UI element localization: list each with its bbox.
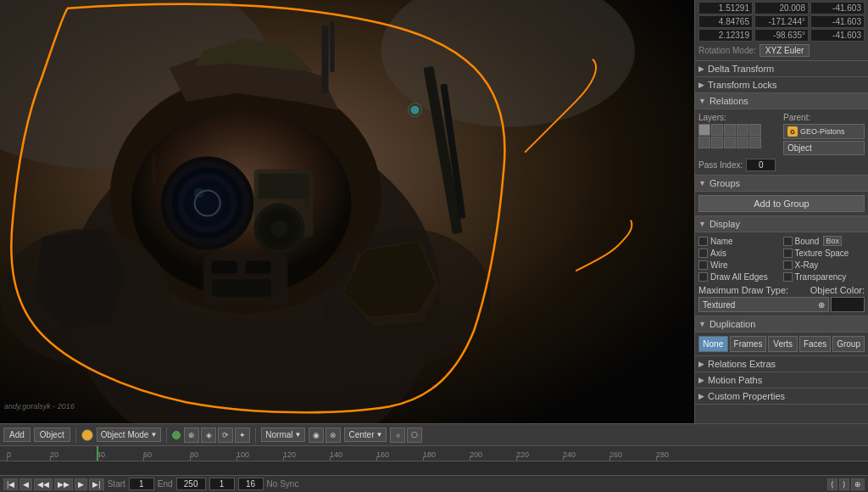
display-xray-label: X-Ray xyxy=(795,260,819,270)
icon-btn-8[interactable]: ⎔ xyxy=(407,428,422,443)
relations-grid: Layers: Parent: xyxy=(698,113,865,155)
ruler-tick-260 xyxy=(609,456,610,461)
transform-z3[interactable]: -41.603 xyxy=(810,29,865,42)
layers-field: Layers: xyxy=(698,113,780,155)
dup-group-button[interactable]: Group xyxy=(832,336,865,352)
step-frame-input[interactable] xyxy=(238,478,264,490)
transform-y2[interactable]: -171.244° xyxy=(754,15,809,28)
mode-selector[interactable]: Object Mode ▼ xyxy=(97,428,162,442)
layers-grid[interactable] xyxy=(698,124,780,148)
icon-btn-5[interactable]: ◉ xyxy=(309,428,324,443)
bound-box-label[interactable]: Box xyxy=(823,236,842,246)
jump-end-button[interactable]: ▶| xyxy=(89,478,103,490)
toolbar-icons: ⊕ ◈ ⟳ ✦ xyxy=(184,428,250,443)
parent-type-icon: G xyxy=(787,126,798,137)
motion-paths-header[interactable]: ▶ Motion Paths xyxy=(695,372,868,389)
draw-type-select[interactable]: Textured ⊕ xyxy=(698,297,829,312)
layer-dot-1[interactable] xyxy=(698,124,710,136)
duplication-header[interactable]: ▼ Duplication xyxy=(695,316,868,333)
timeline-ruler: 0 20 40 60 80 100 120 140 160 180 200 22… xyxy=(0,446,868,461)
ruler-tick-120 xyxy=(283,456,284,461)
transform-z1[interactable]: -41.603 xyxy=(810,2,865,14)
icon-btn-4[interactable]: ✦ xyxy=(235,428,250,443)
playhead[interactable] xyxy=(97,446,98,461)
object-button[interactable]: Object xyxy=(34,428,70,442)
icon-btn-2[interactable]: ◈ xyxy=(201,428,216,443)
timeline-tracks[interactable] xyxy=(0,461,868,475)
transform-x3[interactable]: 2.12319 xyxy=(698,29,753,42)
jump-start-button[interactable]: |◀ xyxy=(3,478,18,490)
transform-row-1: 1.51291 20.008 -41.603 xyxy=(698,2,865,14)
transform-z2[interactable]: -41.603 xyxy=(810,15,865,28)
display-arrow: ▼ xyxy=(698,220,706,228)
timeline-btn-2[interactable]: ⟩ xyxy=(839,478,849,490)
dup-faces-button[interactable]: Faces xyxy=(799,336,831,352)
timeline-btn-3[interactable]: ⊕ xyxy=(851,478,865,490)
ruler-mark-220: 220 xyxy=(516,450,529,459)
pass-index-value[interactable]: 0 xyxy=(746,159,776,171)
start-label: Start xyxy=(108,479,125,489)
display-transparency-checkbox[interactable] xyxy=(783,272,793,282)
max-draw-labels: Maximum Draw Type: Object Color: xyxy=(698,285,865,295)
timeline-btn-1[interactable]: ⟨ xyxy=(827,478,837,490)
icon-btn-3[interactable]: ⟳ xyxy=(218,428,233,443)
start-frame-input[interactable] xyxy=(129,478,154,490)
prev-frame-button[interactable]: ◀ xyxy=(19,478,32,490)
dup-verts-button[interactable]: Verts xyxy=(768,336,798,352)
add-button[interactable]: Add xyxy=(3,428,31,442)
transform-x1[interactable]: 1.51291 xyxy=(698,2,753,14)
rotation-mode-value[interactable]: XYZ Euler xyxy=(760,44,810,57)
center-selector[interactable]: Center ▼ xyxy=(344,428,387,442)
display-header[interactable]: ▼ Display xyxy=(695,216,868,232)
normal-selector[interactable]: Normal ▼ xyxy=(261,428,305,442)
end-frame-input[interactable] xyxy=(176,478,206,490)
display-drawedges-checkbox[interactable] xyxy=(698,272,708,282)
play-forward-button[interactable]: ▶▶ xyxy=(54,478,73,490)
ruler-marks: 0 20 40 60 80 100 120 140 160 180 200 22… xyxy=(3,446,698,461)
viewport[interactable]: andy.goralsyk - 2016 xyxy=(0,0,694,423)
layer-dot-5[interactable] xyxy=(749,124,761,136)
display-xray-checkbox[interactable] xyxy=(783,260,793,270)
display-axis-checkbox[interactable] xyxy=(698,249,708,258)
layer-dot-9[interactable] xyxy=(737,137,748,148)
icon-btn-7[interactable]: ⟐ xyxy=(390,428,405,443)
layer-dot-6[interactable] xyxy=(698,137,710,148)
groups-header[interactable]: ▼ Groups xyxy=(695,176,868,192)
bottom-toolbar: Add Object Object Mode ▼ ⊕ ◈ ⟳ ✦ Normal … xyxy=(0,423,868,445)
custom-properties-header[interactable]: ▶ Custom Properties xyxy=(695,389,868,405)
layer-dot-2[interactable] xyxy=(711,124,723,136)
relations-extras-header[interactable]: ▶ Relations Extras xyxy=(695,356,868,372)
display-texspace-checkbox[interactable] xyxy=(783,249,793,258)
display-name-checkbox[interactable] xyxy=(698,237,708,246)
layer-dot-7[interactable] xyxy=(711,137,723,148)
delta-transform-header[interactable]: ▶ Delta Transform xyxy=(695,61,868,77)
transform-x2[interactable]: 4.84765 xyxy=(698,15,753,28)
layer-dot-10[interactable] xyxy=(749,137,761,148)
object-color-swatch[interactable] xyxy=(831,297,865,312)
next-frame-button[interactable]: ▶ xyxy=(75,478,87,490)
play-backward-button[interactable]: ◀◀ xyxy=(34,478,53,490)
svg-rect-19 xyxy=(259,174,309,199)
layer-dot-8[interactable] xyxy=(724,137,736,148)
current-frame-input[interactable] xyxy=(209,478,235,490)
relations-header[interactable]: ▼ Relations xyxy=(695,93,868,109)
display-bound-checkbox[interactable] xyxy=(783,237,793,246)
layer-dot-4[interactable] xyxy=(737,124,748,136)
ruler-tick-220 xyxy=(516,456,517,461)
icon-btn-6[interactable]: ⊗ xyxy=(326,428,341,443)
toolbar-icons-2: ◉ ⊗ xyxy=(309,428,341,443)
dup-none-button[interactable]: None xyxy=(698,336,728,352)
transform-locks-header[interactable]: ▶ Transform Locks xyxy=(695,77,868,93)
add-to-group-button[interactable]: Add to Group xyxy=(698,195,865,212)
groups-arrow: ▼ xyxy=(698,179,706,187)
display-wire-checkbox[interactable] xyxy=(698,260,708,270)
relations-extras-label: Relations Extras xyxy=(708,359,776,369)
transform-y1[interactable]: 20.008 xyxy=(754,2,809,14)
dup-frames-button[interactable]: Frames xyxy=(730,336,767,352)
layer-dot-3[interactable] xyxy=(724,124,736,136)
icon-btn-1[interactable]: ⊕ xyxy=(184,428,199,443)
parent-type-field[interactable]: Object xyxy=(783,141,865,155)
transform-y3[interactable]: -98.635° xyxy=(754,29,809,42)
display-drawedges-row: Draw All Edges xyxy=(698,272,781,282)
ruler-tick-200 xyxy=(470,456,470,461)
